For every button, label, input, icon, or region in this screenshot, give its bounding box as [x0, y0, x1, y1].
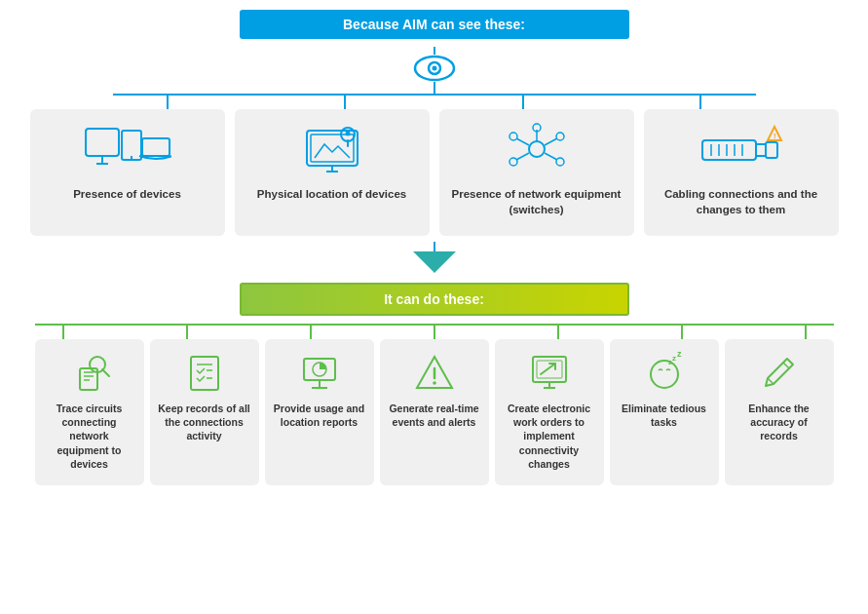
svg-line-24: [545, 153, 557, 160]
eye-section: [413, 47, 456, 94]
svg-text:z: z: [677, 351, 682, 359]
cabling-icon: !: [698, 123, 785, 176]
pencil-icon: [758, 351, 801, 394]
card-network-equipment-label: Presence of network equipment (switches): [449, 186, 624, 217]
top-cards-row: Presence of devices Physi: [16, 109, 853, 236]
card-network-equipment: Presence of network equipment (switches): [439, 109, 634, 236]
card-records-label: Keep records of all the connections acti…: [158, 402, 251, 443]
top-connector: [113, 94, 756, 109]
svg-line-41: [102, 369, 109, 376]
main-diagram: Because AIM can see these:: [0, 0, 868, 495]
svg-point-52: [433, 381, 436, 385]
middle-connector: [413, 242, 456, 273]
svg-rect-3: [86, 129, 119, 156]
svg-point-14: [345, 132, 350, 136]
svg-point-21: [509, 158, 517, 166]
svg-line-55: [541, 364, 555, 374]
card-presence-devices: Presence of devices: [30, 109, 225, 236]
svg-point-25: [556, 158, 564, 166]
card-trace-label: Trace circuits connecting network equipm…: [43, 402, 136, 471]
card-realtime-label: Generate real-time events and alerts: [388, 402, 481, 429]
bottom-banner: It can do these:: [240, 283, 629, 316]
svg-point-15: [529, 141, 545, 157]
svg-text:!: !: [774, 132, 776, 140]
bottom-connector: [35, 324, 834, 339]
svg-text:z: z: [672, 354, 676, 363]
svg-line-62: [783, 363, 789, 368]
top-banner: Because AIM can see these:: [240, 10, 629, 39]
svg-line-20: [516, 153, 529, 160]
card-orders-label: Create electronic work orders to impleme…: [503, 402, 596, 471]
svg-rect-8: [142, 138, 170, 156]
card-physical-location: Physical location of devices: [235, 109, 430, 236]
svg-rect-6: [122, 131, 141, 160]
usage-icon: [298, 351, 341, 394]
alert-icon: [413, 351, 456, 394]
records-icon: [183, 351, 226, 394]
card-accuracy-label: Enhance the accuracy of records: [733, 402, 826, 443]
card-trace-circuits: Trace circuits connecting network equipm…: [35, 339, 144, 485]
card-physical-location-label: Physical location of devices: [257, 186, 406, 202]
card-enhance-accuracy: Enhance the accuracy of records: [725, 339, 834, 485]
bottom-cards-row: Trace circuits connecting network equipm…: [11, 339, 858, 485]
svg-line-22: [545, 138, 557, 145]
card-eliminate-tasks: z z z Eliminate tedious tasks: [610, 339, 719, 485]
card-presence-devices-label: Presence of devices: [73, 186, 181, 202]
svg-point-2: [432, 66, 436, 71]
eliminate-icon: z z z: [643, 351, 686, 394]
card-eliminate-label: Eliminate tedious tasks: [618, 402, 711, 429]
card-usage-label: Provide usage and location reports: [273, 402, 366, 429]
card-keep-records: Keep records of all the connections acti…: [150, 339, 259, 485]
card-generate-realtime: Generate real-time events and alerts: [380, 339, 489, 485]
card-provide-usage: Provide usage and location reports: [265, 339, 374, 485]
svg-rect-10: [311, 134, 354, 162]
svg-point-19: [509, 133, 517, 140]
card-cabling-label: Cabling connections and the changes to t…: [654, 186, 829, 217]
trace-icon: [68, 351, 111, 394]
svg-rect-28: [766, 142, 777, 158]
svg-point-58: [651, 361, 678, 388]
eye-icon: [413, 55, 456, 82]
svg-rect-9: [307, 131, 358, 166]
orders-icon: [528, 351, 571, 394]
svg-rect-27: [756, 144, 766, 156]
location-icon: [303, 123, 361, 176]
svg-line-63: [768, 378, 774, 384]
svg-point-23: [556, 133, 564, 140]
svg-line-18: [516, 138, 529, 145]
card-cabling: ! Cabling connections and the changes to…: [644, 109, 839, 236]
svg-rect-42: [191, 357, 218, 390]
devices-icon: [84, 123, 171, 176]
network-icon: [503, 123, 571, 176]
card-create-orders: Create electronic work orders to impleme…: [495, 339, 604, 485]
